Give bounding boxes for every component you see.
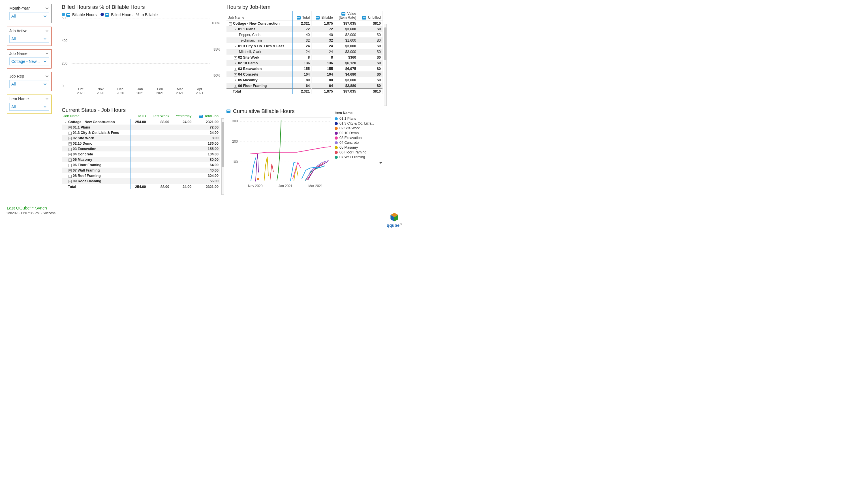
expand-icon[interactable]: + xyxy=(68,175,72,178)
table-row[interactable]: +07 Wall Framing 40.00 xyxy=(62,167,220,173)
collapse-icon[interactable]: − xyxy=(229,22,232,26)
legend-item[interactable]: 01.1 Plans xyxy=(335,117,383,121)
table-row[interactable]: +01.3 City & Co. Lic's & Fees 24.00 xyxy=(62,130,220,135)
collapse-icon[interactable]: − xyxy=(64,121,67,124)
column-header[interactable]: Unbilled xyxy=(358,11,382,21)
expand-icon[interactable]: + xyxy=(68,132,72,135)
chevron-down-icon[interactable] xyxy=(45,29,49,33)
column-header[interactable]: Billable xyxy=(312,11,335,21)
table-row[interactable]: +09 Roof Flashing 56.00 xyxy=(62,178,220,184)
expand-icon[interactable]: + xyxy=(68,153,72,156)
chevron-down-icon[interactable] xyxy=(43,14,47,18)
table-row[interactable]: +04 Concrete 104.00 xyxy=(62,151,220,157)
table-row[interactable]: Teichman, Tim 32 32$1,600$0 xyxy=(226,38,383,43)
table-scrollbar[interactable] xyxy=(221,118,224,195)
current-status-table[interactable]: Job NameMTDLast WeekYesterday Total Job … xyxy=(62,113,220,189)
column-header[interactable]: Last Week xyxy=(148,113,171,119)
table-row[interactable]: Mitchell, Clark 24 24$3,000$0 xyxy=(226,49,383,55)
legend-item[interactable]: 06 Floor Framing xyxy=(335,150,383,154)
collapse-icon[interactable]: − xyxy=(234,45,237,48)
legend-item[interactable]: 07 Wall Framing xyxy=(335,155,383,159)
slicer-month-year[interactable]: Month-Year All xyxy=(7,4,52,23)
table-row[interactable]: +03 Excavation 155 155$6,975$0 xyxy=(226,66,383,71)
table-row[interactable]: +02.10 Demo 136.00 xyxy=(62,141,220,146)
chevron-down-icon[interactable] xyxy=(43,82,47,86)
chevron-down-icon[interactable] xyxy=(379,161,383,165)
legend-item[interactable]: 04 Concrete xyxy=(335,141,383,145)
expand-icon[interactable]: + xyxy=(68,158,72,162)
table-row[interactable]: −01.3 City & Co. Lic's & Fees 24 24$3,00… xyxy=(226,43,383,49)
column-header[interactable]: MTD xyxy=(131,113,148,119)
slicer-dropdown[interactable]: All xyxy=(9,80,49,88)
table-row[interactable]: +01.1 Plans 72.00 xyxy=(62,125,220,130)
table-row[interactable]: +02 Site Work 8.00 xyxy=(62,135,220,141)
table-row[interactable]: +02.10 Demo 136 136$6,120$0 xyxy=(226,60,383,66)
column-header[interactable]: Yesterday xyxy=(171,113,193,119)
column-header[interactable]: Total Job xyxy=(193,113,220,119)
expand-icon[interactable]: + xyxy=(68,137,72,140)
column-header[interactable]: Value[Item Rate] xyxy=(335,11,358,21)
cumulative-legend[interactable]: Item Name01.1 Plans01.3 City & Co. Lic's… xyxy=(335,111,383,165)
expand-icon[interactable]: + xyxy=(68,164,72,167)
table-row[interactable]: −Cottage - New Construction 2,321 1,875$… xyxy=(226,21,383,26)
legend-item[interactable]: 02.10 Demo xyxy=(335,131,383,135)
slicer-header[interactable]: Month-Year xyxy=(9,6,49,10)
slicer-job-active[interactable]: Job Active All xyxy=(7,27,52,46)
chevron-down-icon[interactable] xyxy=(45,6,49,10)
calendar-icon xyxy=(226,110,230,113)
table-row[interactable]: +03 Excavation 155.00 xyxy=(62,146,220,151)
expand-icon[interactable]: + xyxy=(68,169,72,173)
chevron-down-icon[interactable] xyxy=(45,97,49,101)
column-header[interactable]: Job Name xyxy=(62,113,131,119)
slicer-header[interactable]: Item Name xyxy=(9,96,49,101)
chevron-down-icon[interactable] xyxy=(43,105,47,109)
slicer-header[interactable]: Job Name xyxy=(9,51,49,56)
legend-item[interactable]: 02 Site Work xyxy=(335,126,383,130)
table-row[interactable]: Pepper, Chris 40 40$2,000$0 xyxy=(226,32,383,38)
cumulative-chart-panel: Cumulative Billable Hours 100200300Nov 2… xyxy=(226,108,383,199)
table-row[interactable]: +04 Concrete 104 104$4,680$0 xyxy=(226,71,383,77)
hours-by-job-item-table[interactable]: Job Name Total Billable Value[Item Rate]… xyxy=(226,11,383,94)
table-row[interactable]: +08 Roof Framing 304.00 xyxy=(62,173,220,178)
expand-icon[interactable]: + xyxy=(68,148,72,151)
expand-icon[interactable]: + xyxy=(234,62,237,65)
column-header[interactable]: Total xyxy=(293,11,312,21)
slicer-item-name[interactable]: Item Name All xyxy=(7,95,52,114)
slicer-dropdown[interactable]: All xyxy=(9,103,49,111)
column-header[interactable]: Job Name xyxy=(226,11,293,21)
expand-icon[interactable]: + xyxy=(68,180,72,183)
expand-icon[interactable]: + xyxy=(234,56,237,59)
table-row[interactable]: −Cottage - New Construction 254.0088.002… xyxy=(62,119,220,125)
slicer-header[interactable]: Job Active xyxy=(9,29,49,33)
slicer-job-rep[interactable]: Job Rep All xyxy=(7,72,52,91)
x-axis-label: Feb2021 xyxy=(150,87,170,96)
chevron-down-icon[interactable] xyxy=(45,52,49,56)
table-row[interactable]: +05 Masonry 80.00 xyxy=(62,157,220,162)
chevron-down-icon[interactable] xyxy=(43,37,47,41)
chevron-down-icon[interactable] xyxy=(43,59,47,63)
table-row[interactable]: +06 Floor Framing 64 64$2,880$0 xyxy=(226,83,383,89)
expand-icon[interactable]: + xyxy=(234,68,237,71)
table-row[interactable]: +02 Site Work 8 8$360$0 xyxy=(226,55,383,60)
x-axis-label: Dec2020 xyxy=(111,87,130,96)
legend-item[interactable]: 01.3 City & Co. Lic's... xyxy=(335,121,383,125)
slicer-dropdown[interactable]: Cottage - New... xyxy=(9,58,49,65)
expand-icon[interactable]: + xyxy=(234,79,237,82)
table-row[interactable]: −01.1 Plans 72 72$3,600$0 xyxy=(226,26,383,32)
legend-item[interactable]: 05 Masonry xyxy=(335,146,383,149)
expand-icon[interactable]: + xyxy=(234,73,237,77)
slicer-dropdown[interactable]: All xyxy=(9,12,49,20)
expand-icon[interactable]: + xyxy=(68,142,72,146)
expand-icon[interactable]: + xyxy=(234,85,237,88)
collapse-icon[interactable]: − xyxy=(234,28,237,31)
table-row[interactable]: +05 Masonry 80 80$3,600$0 xyxy=(226,77,383,83)
expand-icon[interactable]: + xyxy=(68,126,72,129)
table-scrollbar[interactable] xyxy=(384,24,387,106)
brand-logo: qqube™ xyxy=(387,212,402,227)
slicer-job-name[interactable]: Job Name Cottage - New... xyxy=(7,49,52,68)
table-row[interactable]: +06 Floor Framing 64.00 xyxy=(62,162,220,167)
legend-item[interactable]: 03 Excavation xyxy=(335,136,383,140)
slicer-dropdown[interactable]: All xyxy=(9,35,49,43)
chevron-down-icon[interactable] xyxy=(45,74,49,78)
slicer-header[interactable]: Job Rep xyxy=(9,74,49,79)
